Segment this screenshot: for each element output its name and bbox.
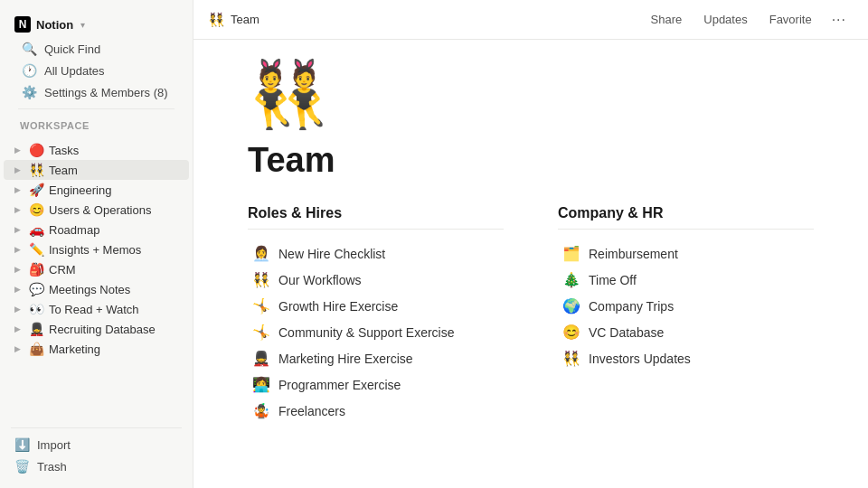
sidebar-item-meetings-notes[interactable]: ▶ 💬 Meetings Notes — [4, 279, 189, 299]
company-trips-link[interactable]: 🌍 Company Trips — [558, 293, 814, 319]
marketing-emoji: 👜 — [27, 342, 45, 356]
trash-label: Trash — [37, 460, 67, 474]
sidebar-item-users-operations[interactable]: ▶ 😊 Users & Operations — [4, 200, 189, 220]
quick-find-label: Quick Find — [44, 42, 100, 56]
sidebar-item-insights-memos[interactable]: ▶ ✏️ Insights + Memos — [4, 239, 189, 259]
page-columns: Roles & Hires 👩‍💼 New Hire Checklist 👯 O… — [248, 205, 814, 424]
sidebar-item-engineering[interactable]: ▶ 🚀 Engineering — [4, 180, 189, 200]
workspace-name: Notion — [36, 18, 73, 32]
new-hire-checklist-label: New Hire Checklist — [278, 247, 385, 261]
sidebar-item-recruiting[interactable]: ▶ 💂 Recruiting Database — [4, 319, 189, 339]
trash-item[interactable]: 🗑️ Trash — [4, 455, 189, 477]
quick-find-item[interactable]: 🔍 Quick Find — [11, 38, 182, 60]
sidebar-item-tasks-label: Tasks — [49, 144, 182, 157]
community-support-label: Community & Support Exercise — [278, 325, 455, 340]
team-emoji: 👯 — [27, 163, 45, 177]
reimbursement-link[interactable]: 🗂️ Reimbursement — [558, 240, 814, 267]
sidebar: N Notion ▾ 🔍 Quick Find 🕐 All Updates ⚙️… — [0, 0, 193, 488]
trash-icon: 🗑️ — [14, 459, 30, 474]
vc-database-label: VC Database — [589, 325, 664, 340]
favorite-button[interactable]: Favorite — [760, 9, 821, 30]
insights-emoji: ✏️ — [27, 242, 45, 257]
share-button[interactable]: Share — [642, 9, 692, 30]
vc-database-emoji: 😊 — [561, 324, 581, 341]
engineering-emoji: 🚀 — [27, 183, 45, 197]
sidebar-item-tasks[interactable]: ▶ 🔴 Tasks — [4, 140, 189, 160]
sidebar-item-crm[interactable]: ▶ 🎒 CRM — [4, 259, 189, 279]
users-ops-emoji: 😊 — [27, 202, 45, 217]
our-workflows-label: Our Workflows — [278, 273, 362, 287]
programmer-emoji: 👩‍💻 — [251, 376, 271, 393]
marketing-hire-label: Marketing Hire Exercise — [278, 352, 413, 366]
reimbursement-label: Reimbursement — [589, 247, 678, 261]
sidebar-item-marketing[interactable]: ▶ 👜 Marketing — [4, 339, 189, 359]
new-hire-emoji: 👩‍💼 — [251, 245, 271, 262]
sidebar-item-roadmap-label: Roadmap — [49, 223, 182, 237]
sidebar-item-team[interactable]: ▶ 👯 Team — [4, 160, 189, 180]
page-body: 👯 Team Roles & Hires 👩‍💼 New Hire Checkl… — [193, 40, 868, 488]
company-trips-emoji: 🌍 — [561, 297, 581, 314]
sidebar-item-to-read-watch[interactable]: ▶ 👀 To Read + Watch — [4, 299, 189, 319]
new-hire-checklist-link[interactable]: 👩‍💼 New Hire Checklist — [248, 240, 504, 267]
sidebar-item-engineering-label: Engineering — [49, 183, 182, 197]
workflows-emoji: 👯 — [251, 271, 271, 288]
community-emoji: 🤸 — [251, 324, 271, 341]
sidebar-nav: ▶ 🔴 Tasks ▶ 👯 Team ▶ 🚀 Engineering ▶ 😊 U… — [0, 140, 193, 359]
recruiting-emoji: 💂 — [27, 322, 45, 336]
company-hr-header: Company & HR — [558, 205, 814, 230]
workspace-selector[interactable]: N Notion ▾ — [7, 11, 185, 38]
time-off-link[interactable]: 🎄 Time Off — [558, 267, 814, 293]
chevron-right-icon: ▶ — [11, 245, 24, 254]
programmer-exercise-link[interactable]: 👩‍💻 Programmer Exercise — [248, 371, 504, 398]
growth-hire-emoji: 🤸 — [251, 297, 271, 314]
tasks-emoji: 🔴 — [27, 143, 45, 157]
topbar-title: 👯 Team — [208, 12, 259, 28]
settings-label: Settings & Members (8) — [44, 86, 168, 99]
all-updates-item[interactable]: 🕐 All Updates — [11, 60, 182, 81]
marketing-hire-emoji: 💂 — [251, 350, 271, 367]
our-workflows-link[interactable]: 👯 Our Workflows — [248, 267, 504, 293]
chevron-right-icon: ▶ — [11, 205, 24, 214]
investors-updates-link[interactable]: 👯 Investors Updates — [558, 345, 814, 371]
workspace-chevron-icon: ▾ — [80, 20, 85, 30]
roles-hires-column: Roles & Hires 👩‍💼 New Hire Checklist 👯 O… — [248, 205, 504, 424]
settings-item[interactable]: ⚙️ Settings & Members (8) — [11, 81, 182, 103]
sidebar-item-to-read-label: To Read + Watch — [49, 303, 182, 316]
topbar-page-emoji: 👯 — [208, 12, 225, 28]
topbar: 👯 Team Share Updates Favorite ··· — [193, 0, 868, 40]
sidebar-item-recruiting-label: Recruiting Database — [49, 323, 182, 336]
company-trips-label: Company Trips — [589, 299, 674, 314]
growth-hire-exercise-link[interactable]: 🤸 Growth Hire Exercise — [248, 293, 504, 319]
notion-logo-icon: N — [14, 16, 31, 33]
sidebar-item-insights-label: Insights + Memos — [49, 243, 182, 257]
roadmap-emoji: 🚗 — [27, 222, 45, 237]
sidebar-item-crm-label: CRM — [49, 263, 182, 277]
workspace-section-label: WORKSPACE — [7, 115, 185, 133]
all-updates-label: All Updates — [44, 64, 104, 78]
community-support-exercise-link[interactable]: 🤸 Community & Support Exercise — [248, 319, 504, 345]
meetings-emoji: 💬 — [27, 282, 45, 296]
chevron-right-icon: ▶ — [11, 265, 24, 274]
import-label: Import — [37, 438, 71, 452]
sidebar-item-users-ops-label: Users & Operations — [49, 203, 182, 217]
chevron-right-icon: ▶ — [11, 324, 24, 333]
topbar-actions: Share Updates Favorite ··· — [642, 8, 854, 32]
chevron-right-icon: ▶ — [11, 285, 24, 294]
search-icon: 🔍 — [22, 42, 37, 56]
sidebar-item-marketing-label: Marketing — [49, 343, 182, 356]
more-options-button[interactable]: ··· — [825, 8, 854, 32]
updates-button[interactable]: Updates — [694, 9, 756, 30]
sidebar-item-roadmap[interactable]: ▶ 🚗 Roadmap — [4, 220, 189, 239]
investors-emoji: 👯 — [561, 350, 581, 367]
import-item[interactable]: ⬇️ Import — [4, 434, 189, 455]
marketing-hire-exercise-link[interactable]: 💂 Marketing Hire Exercise — [248, 345, 504, 371]
reimbursement-emoji: 🗂️ — [561, 245, 581, 262]
freelancers-link[interactable]: 🤹 Freelancers — [248, 398, 504, 424]
roles-hires-header: Roles & Hires — [248, 205, 504, 230]
gear-icon: ⚙️ — [22, 85, 37, 99]
sidebar-bottom: ⬇️ Import 🗑️ Trash — [0, 418, 193, 481]
chevron-right-icon: ▶ — [11, 185, 24, 194]
sidebar-divider — [18, 108, 175, 109]
vc-database-link[interactable]: 😊 VC Database — [558, 319, 814, 345]
freelancers-label: Freelancers — [278, 404, 345, 418]
